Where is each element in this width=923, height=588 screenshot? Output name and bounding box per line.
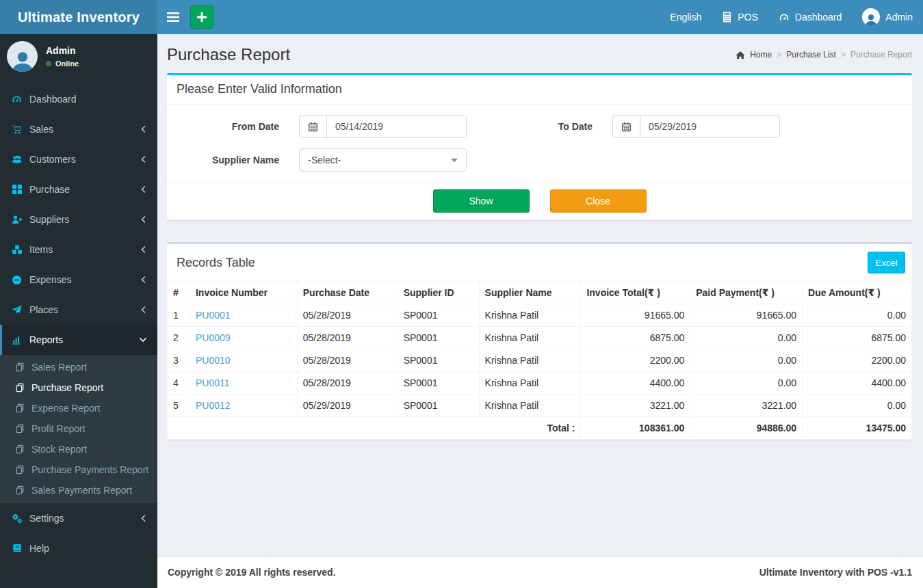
col-header-supplier-id: Supplier ID [398, 282, 479, 304]
minus-circle-icon [10, 274, 23, 285]
from-date-group [299, 115, 467, 138]
col-header-paid-payment: Paid Payment(₹ ) [690, 282, 803, 304]
total-label: Total : [168, 417, 581, 440]
sidebar-user-status: Online [46, 59, 79, 68]
chevron-left-icon [140, 245, 147, 254]
copy-icon [14, 485, 25, 496]
copy-icon [14, 362, 25, 373]
total-paid-amount: 94886.00 [690, 417, 803, 440]
sidebar-item-customers[interactable]: Customers [0, 144, 157, 174]
supplier-name-label: Supplier Name [167, 155, 279, 165]
brand-logo[interactable]: Ultimate Inventory [0, 0, 157, 34]
invoice-link[interactable]: PU0009 [196, 332, 231, 343]
to-date-label: To Date [467, 121, 593, 132]
copy-icon [14, 403, 25, 414]
breadcrumb-separator: > [841, 50, 846, 59]
caret-down-icon [451, 159, 458, 162]
sidebar-item-items[interactable]: Items [0, 235, 157, 265]
from-date-input[interactable] [327, 116, 466, 137]
submenu-item-profit-report[interactable]: Profit Report [0, 418, 157, 439]
supplier-select[interactable]: -Select- [299, 148, 467, 172]
hamburger-icon [167, 12, 179, 22]
close-button[interactable]: Close [550, 189, 647, 213]
submenu-item-sales-report[interactable]: Sales Report [0, 357, 157, 377]
sidebar-toggle-button[interactable] [157, 0, 188, 34]
sidebar-item-purchase[interactable]: Purchase [0, 174, 157, 204]
content-area: Purchase Report Home > Purchase List > P… [157, 34, 923, 588]
submenu-item-purchase-payments-report[interactable]: Purchase Payments Report [0, 459, 157, 480]
chevron-left-icon [140, 276, 147, 284]
sidebar-item-places[interactable]: Places [0, 295, 157, 325]
col-header-supplier-name: Supplier Name [479, 282, 581, 304]
submenu-item-expense-report[interactable]: Expense Report [0, 398, 157, 418]
chevron-left-icon [140, 155, 147, 163]
sidebar-item-sales[interactable]: Sales [0, 114, 157, 144]
show-button[interactable]: Show [433, 189, 530, 213]
language-menu[interactable]: English [660, 8, 712, 26]
excel-export-button[interactable]: Excel [868, 252, 905, 273]
to-date-group [612, 115, 780, 138]
pos-label: POS [738, 12, 758, 23]
calendar-icon[interactable] [613, 116, 640, 137]
col-header-index: # [168, 282, 190, 304]
col-header-due-amount: Due Amount(₹ ) [803, 282, 912, 304]
breadcrumb-current: Purchase Report [850, 50, 912, 59]
sidebar: Admin Online Dashboard [0, 34, 157, 588]
sidebar-menu: Dashboard Sales Customers [0, 84, 157, 563]
page-title: Purchase Report [167, 45, 290, 64]
user-label: Admin [885, 12, 913, 23]
copy-icon [14, 464, 25, 475]
chevron-left-icon [140, 185, 147, 193]
copy-icon [14, 382, 25, 393]
paper-plane-icon [10, 304, 23, 315]
reports-submenu: Sales Report Purchase Report Expense Rep… [0, 355, 157, 503]
sidebar-item-settings[interactable]: Settings [0, 503, 157, 533]
breadcrumb-home[interactable]: Home [750, 50, 772, 59]
sidebar-item-suppliers[interactable]: Suppliers [0, 204, 157, 235]
sidebar-item-help[interactable]: Help [0, 533, 157, 563]
col-header-purchase-date: Purchase Date [297, 282, 398, 304]
filter-actions: Show Close [167, 182, 912, 219]
invoice-link[interactable]: PU0010 [196, 355, 231, 366]
table-row: 3 PU0010 05/28/2019 SP0001 Krishna Patil… [168, 349, 912, 372]
sidebar-item-reports[interactable]: Reports [0, 325, 157, 355]
from-date-label: From Date [167, 121, 279, 132]
breadcrumb: Home > Purchase List > Purchase Report [736, 50, 912, 59]
sidebar-item-dashboard[interactable]: Dashboard [0, 84, 157, 114]
breadcrumb-purchase-list[interactable]: Purchase List [786, 50, 836, 59]
submenu-item-purchase-report[interactable]: Purchase Report [0, 377, 157, 398]
submenu-item-sales-payments-report[interactable]: Sales Payments Report [0, 480, 157, 500]
dashboard-link[interactable]: Dashboard [768, 8, 853, 26]
home-icon [736, 51, 745, 59]
table-header-row: # Invoice Number Purchase Date Supplier … [168, 282, 912, 304]
sidebar-item-expenses[interactable]: Expenses [0, 265, 157, 295]
invoice-link[interactable]: PU0012 [196, 400, 231, 411]
plus-icon [197, 12, 207, 22]
chevron-left-icon [140, 514, 147, 522]
to-date-input[interactable] [640, 116, 779, 137]
pos-link[interactable]: POS [712, 8, 768, 26]
footer-copyright: Copyright © 2019 All rights reserved. [168, 567, 336, 578]
gears-icon [10, 513, 23, 524]
user-menu[interactable]: Admin [852, 8, 923, 26]
total-due-amount: 13475.00 [803, 417, 912, 440]
dashboard-icon [779, 12, 790, 23]
user-plus-icon [10, 214, 23, 225]
submenu-item-stock-report[interactable]: Stock Report [0, 439, 157, 459]
calendar-icon[interactable] [300, 116, 327, 137]
records-table: # Invoice Number Purchase Date Supplier … [167, 281, 912, 440]
cart-icon [10, 124, 23, 135]
content-header: Purchase Report Home > Purchase List > P… [167, 45, 912, 64]
sidebar-user-panel: Admin Online [0, 34, 157, 80]
quick-add-button[interactable] [190, 5, 213, 29]
filter-panel-heading: Please Enter Valid Information [167, 75, 912, 105]
invoice-link[interactable]: PU0001 [196, 310, 231, 321]
table-row: 4 PU0011 05/28/2019 SP0001 Krishna Patil… [168, 372, 912, 395]
table-row: 1 PU0001 05/28/2019 SP0001 Krishna Patil… [168, 304, 912, 327]
copy-icon [14, 423, 25, 434]
table-row: 2 PU0009 05/28/2019 SP0001 Krishna Patil… [168, 327, 912, 349]
navbar: English POS Dashboard [157, 0, 923, 34]
navbar-right: English POS Dashboard [660, 8, 923, 26]
invoice-link[interactable]: PU0011 [196, 377, 230, 388]
language-label: English [670, 12, 701, 23]
